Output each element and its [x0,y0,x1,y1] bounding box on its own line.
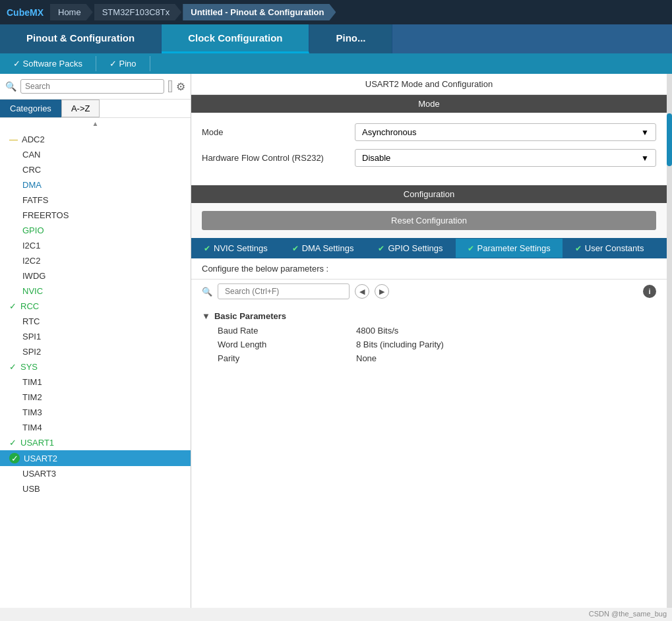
mode-section-header: Mode [191,95,667,113]
tab-gpio-settings[interactable]: ✔ GPIO Settings [366,239,454,258]
mode-section: Mode Asynchronous ▼ Hardware Flow Contro… [191,113,667,185]
dma-check-icon: ✔ [292,244,299,253]
hw-flow-row: Hardware Flow Control (RS232) Disable ▼ [202,149,656,167]
sidebar-item-sys[interactable]: ✓ SYS [0,359,191,374]
breadcrumb: Home STM32F103C8Tx Untitled - Pinout & C… [50,4,337,20]
check-icon: ✓ [9,301,16,311]
sidebar-item-rcc[interactable]: ✓ RCC [0,299,191,314]
mode-select[interactable]: Asynchronous ▼ [355,123,656,141]
tab-categories[interactable]: Categories [0,100,61,117]
sidebar-item-tim2[interactable]: TIM2 [0,390,191,405]
search-params-icon: 🔍 [202,287,212,297]
nvic-check-icon: ✔ [204,244,210,253]
scrollbar[interactable] [667,74,672,608]
params-header: Configure the below parameters : [191,258,667,280]
content-wrapper: 🔍 ⚙ Categories A->Z ▲ — ADC2 CAN [0,74,672,608]
tab-az[interactable]: A->Z [61,100,100,117]
check-icon: ✓ [9,362,16,372]
config-section-header: Configuration [191,185,667,203]
panel-title: USART2 Mode and Configuration [191,74,667,95]
param-search-input[interactable] [218,283,350,299]
sidebar-item-usart2[interactable]: ✓ USART2 [0,450,191,466]
config-tabs: ✔ NVIC Settings ✔ DMA Settings ✔ GPIO Se… [191,238,667,258]
nav-next-arrow[interactable]: ▶ [375,284,389,299]
sidebar-item-spi1[interactable]: SPI1 [0,329,191,344]
params-tree: ▼ Basic Parameters Baud Rate 4800 Bits/s… [191,303,667,608]
sidebar-item-iwdg[interactable]: IWDG [0,268,191,283]
search-bar: 🔍 ◀ ▶ i [191,280,667,303]
sidebar-nav-tabs: Categories A->Z [0,100,191,118]
tab-user-constants[interactable]: ✔ User Constants [563,239,656,258]
gpio-check-icon: ✔ [378,244,384,253]
sidebar-item-i2c2[interactable]: I2C2 [0,253,191,268]
check-selected-icon: ✓ [9,453,20,463]
tab-pinout[interactable]: Pinout & Configuration [0,24,162,53]
main-panel: USART2 Mode and Configuration Mode Mode … [191,74,667,608]
scroll-up-arrow[interactable]: ▲ [0,118,191,129]
scrollbar-thumb[interactable] [667,113,672,166]
sidebar-item-fatfs[interactable]: FATFS [0,192,191,208]
mode-label: Mode [202,127,347,137]
sidebar-item-rtc[interactable]: RTC [0,314,191,329]
sidebar-item-spi2[interactable]: SPI2 [0,344,191,359]
nav-prev-arrow[interactable]: ◀ [355,284,369,299]
sidebar-item-usb[interactable]: USB [0,481,191,496]
sub-tab-software-packs[interactable]: ✓ Software Packs [0,56,96,71]
sidebar-item-can[interactable]: CAN [0,147,191,162]
hw-flow-label: Hardware Flow Control (RS232) [202,153,347,163]
sidebar-item-adc2[interactable]: — ADC2 [0,132,191,147]
search-input[interactable] [20,79,164,94]
param-check-icon: ✔ [468,244,474,253]
hw-flow-select[interactable]: Disable ▼ [355,149,656,167]
dash-icon: — [9,134,18,144]
sub-tab-pino[interactable]: ✓ Pino [96,56,150,71]
collapse-icon[interactable]: ▼ [202,311,210,321]
search-dropdown[interactable] [168,80,172,92]
sub-tabs: ✓ Software Packs ✓ Pino [0,53,672,74]
tab-dma-settings[interactable]: ✔ DMA Settings [280,239,366,258]
info-icon: i [643,285,656,298]
sidebar-item-tim1[interactable]: TIM1 [0,374,191,390]
top-bar: CubeMX Home STM32F103C8Tx Untitled - Pin… [0,0,672,24]
mode-row: Mode Asynchronous ▼ [202,123,656,141]
sidebar-item-dma[interactable]: DMA [0,177,191,192]
basic-params-header: ▼ Basic Parameters [202,309,656,324]
gear-icon[interactable]: ⚙ [176,80,185,93]
sidebar-item-usart3[interactable]: USART3 [0,466,191,481]
param-word-length: Word Length 8 Bits (including Parity) [202,338,656,351]
sidebar-item-gpio[interactable]: GPIO [0,223,191,238]
tab-parameter-settings[interactable]: ✔ Parameter Settings [456,239,563,258]
reset-configuration-button[interactable]: Reset Configuration [202,211,656,230]
param-baud-rate: Baud Rate 4800 Bits/s [202,324,656,338]
tab-pino[interactable]: Pino... [309,24,392,53]
sidebar-item-crc[interactable]: CRC [0,162,191,177]
logo: CubeMX [7,7,44,18]
sidebar-search-area: 🔍 ⚙ [0,74,191,100]
sidebar: 🔍 ⚙ Categories A->Z ▲ — ADC2 CAN [0,74,191,608]
chevron-down-icon: ▼ [641,128,649,137]
search-icon: 🔍 [5,81,16,92]
config-section: Configuration Reset Configuration ✔ NVIC… [191,185,667,608]
sidebar-item-tim3[interactable]: TIM3 [0,405,191,420]
sidebar-list: — ADC2 CAN CRC DMA FATFS [0,129,191,608]
sidebar-item-nvic[interactable]: NVIC [0,283,191,299]
chevron-down-icon-2: ▼ [641,154,649,163]
sidebar-item-tim4[interactable]: TIM4 [0,420,191,435]
param-parity: Parity None [202,351,656,365]
sidebar-item-i2c1[interactable]: I2C1 [0,238,191,253]
sidebar-item-usart1[interactable]: ✓ USART1 [0,435,191,450]
main-tabs: Pinout & Configuration Clock Configurati… [0,24,672,53]
breadcrumb-device[interactable]: STM32F103C8Tx [94,4,182,20]
check-icon: ✓ [9,438,16,448]
breadcrumb-home[interactable]: Home [50,4,93,20]
user-check-icon: ✔ [575,244,582,253]
breadcrumb-project[interactable]: Untitled - Pinout & Configuration [183,4,336,20]
sidebar-item-freertos[interactable]: FREERTOS [0,208,191,223]
tab-nvic-settings[interactable]: ✔ NVIC Settings [192,239,280,258]
tab-clock[interactable]: Clock Configuration [162,24,309,53]
